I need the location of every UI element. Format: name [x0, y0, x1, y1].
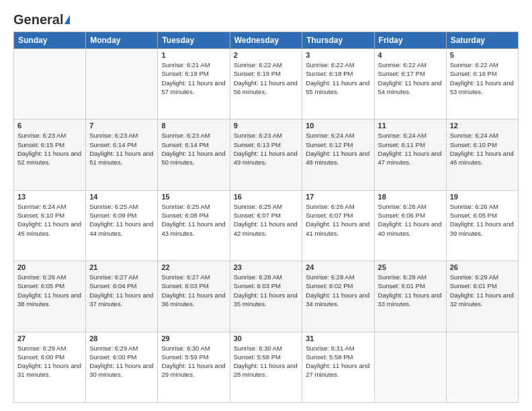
sunset-text: Sunset: 6:05 PM	[17, 282, 64, 289]
sunrise-text: Sunrise: 6:25 AM	[161, 203, 210, 210]
day-info: Sunrise: 6:23 AMSunset: 6:13 PMDaylight:…	[234, 131, 299, 167]
sunset-text: Sunset: 6:16 PM	[450, 70, 497, 77]
sunset-text: Sunset: 6:00 PM	[89, 353, 136, 361]
logo: General	[13, 12, 70, 25]
calendar-cell: 20Sunrise: 6:26 AMSunset: 6:05 PMDayligh…	[14, 261, 86, 332]
sunrise-text: Sunrise: 6:24 AM	[17, 203, 66, 210]
daylight-text: Daylight: 11 hours and 31 minutes.	[17, 362, 81, 378]
calendar-cell: 2Sunrise: 6:22 AMSunset: 6:19 PMDaylight…	[230, 49, 302, 120]
calendar-cell: 18Sunrise: 6:26 AMSunset: 6:06 PMDayligh…	[374, 190, 446, 261]
daylight-text: Daylight: 11 hours and 56 minutes.	[234, 79, 298, 95]
day-number: 22	[161, 263, 226, 271]
day-info: Sunrise: 6:22 AMSunset: 6:18 PMDaylight:…	[306, 60, 370, 96]
day-info: Sunrise: 6:24 AMSunset: 6:11 PMDaylight:…	[378, 131, 443, 167]
calendar-cell: 21Sunrise: 6:27 AMSunset: 6:04 PMDayligh…	[86, 261, 158, 332]
day-info: Sunrise: 6:24 AMSunset: 6:10 PMDaylight:…	[17, 202, 82, 238]
calendar-cell: 29Sunrise: 6:30 AMSunset: 5:59 PMDayligh…	[158, 332, 230, 402]
sunrise-text: Sunrise: 6:29 AM	[17, 345, 66, 352]
calendar-cell: 22Sunrise: 6:27 AMSunset: 6:03 PMDayligh…	[158, 261, 230, 332]
daylight-text: Daylight: 11 hours and 47 minutes.	[378, 150, 442, 166]
calendar-cell	[374, 332, 446, 402]
sunset-text: Sunset: 6:15 PM	[17, 141, 64, 148]
calendar-cell	[86, 49, 158, 120]
col-header-wednesday: Wednesday	[230, 32, 302, 49]
day-number: 1	[161, 51, 226, 59]
sunset-text: Sunset: 6:07 PM	[234, 212, 281, 219]
sunset-text: Sunset: 6:12 PM	[306, 141, 353, 148]
calendar-cell: 23Sunrise: 6:28 AMSunset: 6:03 PMDayligh…	[230, 261, 302, 332]
sunrise-text: Sunrise: 6:22 AM	[450, 61, 498, 68]
calendar-week-2: 6Sunrise: 6:23 AMSunset: 6:15 PMDaylight…	[14, 120, 519, 190]
daylight-text: Daylight: 11 hours and 52 minutes.	[17, 150, 81, 166]
daylight-text: Daylight: 11 hours and 28 minutes.	[234, 362, 298, 378]
day-info: Sunrise: 6:30 AMSunset: 5:59 PMDaylight:…	[161, 344, 226, 379]
daylight-text: Daylight: 11 hours and 50 minutes.	[161, 150, 225, 166]
sunset-text: Sunset: 6:10 PM	[17, 212, 64, 219]
daylight-text: Daylight: 11 hours and 43 minutes.	[161, 220, 225, 236]
daylight-text: Daylight: 11 hours and 55 minutes.	[306, 79, 369, 95]
day-number: 2	[234, 51, 299, 59]
sunset-text: Sunset: 6:14 PM	[89, 141, 136, 148]
sunset-text: Sunset: 6:01 PM	[378, 282, 425, 289]
sunrise-text: Sunrise: 6:28 AM	[234, 273, 282, 281]
day-number: 27	[17, 334, 82, 342]
sunset-text: Sunset: 6:00 PM	[17, 353, 64, 361]
daylight-text: Daylight: 11 hours and 45 minutes.	[17, 220, 81, 236]
sunrise-text: Sunrise: 6:24 AM	[378, 132, 427, 139]
day-info: Sunrise: 6:26 AMSunset: 6:06 PMDaylight:…	[378, 202, 443, 238]
day-info: Sunrise: 6:22 AMSunset: 6:16 PMDaylight:…	[450, 60, 515, 96]
day-number: 14	[89, 193, 154, 201]
daylight-text: Daylight: 11 hours and 33 minutes.	[378, 291, 442, 308]
daylight-text: Daylight: 11 hours and 37 minutes.	[89, 291, 153, 308]
daylight-text: Daylight: 11 hours and 44 minutes.	[89, 220, 153, 236]
day-info: Sunrise: 6:25 AMSunset: 6:07 PMDaylight:…	[234, 202, 299, 238]
calendar-cell: 10Sunrise: 6:24 AMSunset: 6:12 PMDayligh…	[302, 120, 374, 190]
day-number: 3	[306, 51, 370, 59]
calendar-cell: 8Sunrise: 6:23 AMSunset: 6:14 PMDaylight…	[158, 120, 230, 190]
day-number: 15	[161, 193, 226, 201]
calendar-week-1: 1Sunrise: 6:21 AMSunset: 6:19 PMDaylight…	[14, 49, 519, 120]
col-header-tuesday: Tuesday	[158, 32, 230, 49]
sunrise-text: Sunrise: 6:22 AM	[234, 61, 282, 68]
day-info: Sunrise: 6:27 AMSunset: 6:04 PMDaylight:…	[89, 273, 154, 308]
sunrise-text: Sunrise: 6:22 AM	[378, 61, 427, 68]
calendar-cell: 11Sunrise: 6:24 AMSunset: 6:11 PMDayligh…	[374, 120, 446, 190]
day-number: 10	[306, 122, 370, 130]
calendar-cell: 7Sunrise: 6:23 AMSunset: 6:14 PMDaylight…	[86, 120, 158, 190]
day-number: 18	[378, 193, 443, 201]
daylight-text: Daylight: 11 hours and 53 minutes.	[450, 79, 514, 95]
calendar-cell: 27Sunrise: 6:29 AMSunset: 6:00 PMDayligh…	[14, 332, 86, 402]
calendar-table: SundayMondayTuesdayWednesdayThursdayFrid…	[13, 32, 519, 403]
day-info: Sunrise: 6:23 AMSunset: 6:15 PMDaylight:…	[17, 131, 82, 167]
sunrise-text: Sunrise: 6:26 AM	[378, 203, 427, 210]
day-info: Sunrise: 6:24 AMSunset: 6:12 PMDaylight:…	[306, 131, 370, 167]
calendar-cell: 6Sunrise: 6:23 AMSunset: 6:15 PMDaylight…	[14, 120, 86, 190]
sunrise-text: Sunrise: 6:24 AM	[450, 132, 498, 139]
daylight-text: Daylight: 11 hours and 30 minutes.	[89, 362, 153, 378]
sunrise-text: Sunrise: 6:25 AM	[234, 203, 282, 210]
sunset-text: Sunset: 6:19 PM	[161, 70, 208, 77]
calendar-cell: 9Sunrise: 6:23 AMSunset: 6:13 PMDaylight…	[230, 120, 302, 190]
day-info: Sunrise: 6:28 AMSunset: 6:02 PMDaylight:…	[306, 273, 370, 308]
daylight-text: Daylight: 11 hours and 40 minutes.	[378, 220, 442, 236]
sunrise-text: Sunrise: 6:27 AM	[161, 273, 210, 281]
sunrise-text: Sunrise: 6:30 AM	[161, 345, 210, 352]
day-number: 23	[234, 263, 299, 271]
day-info: Sunrise: 6:23 AMSunset: 6:14 PMDaylight:…	[161, 131, 226, 167]
calendar-cell: 19Sunrise: 6:26 AMSunset: 6:05 PMDayligh…	[446, 190, 518, 261]
calendar-week-5: 27Sunrise: 6:29 AMSunset: 6:00 PMDayligh…	[14, 332, 519, 402]
sunset-text: Sunset: 6:11 PM	[378, 141, 425, 148]
sunset-text: Sunset: 6:03 PM	[234, 282, 281, 289]
calendar-cell: 5Sunrise: 6:22 AMSunset: 6:16 PMDaylight…	[446, 49, 518, 120]
sunset-text: Sunset: 6:02 PM	[306, 282, 353, 289]
daylight-text: Daylight: 11 hours and 48 minutes.	[306, 150, 369, 166]
day-number: 21	[89, 263, 154, 271]
sunrise-text: Sunrise: 6:23 AM	[17, 132, 66, 139]
day-info: Sunrise: 6:24 AMSunset: 6:10 PMDaylight:…	[450, 131, 515, 167]
day-number: 17	[306, 193, 370, 201]
calendar-cell: 4Sunrise: 6:22 AMSunset: 6:17 PMDaylight…	[374, 49, 446, 120]
day-info: Sunrise: 6:30 AMSunset: 5:58 PMDaylight:…	[234, 344, 299, 379]
day-info: Sunrise: 6:29 AMSunset: 6:00 PMDaylight:…	[17, 344, 82, 379]
sunset-text: Sunset: 6:09 PM	[89, 212, 136, 219]
col-header-monday: Monday	[86, 32, 158, 49]
